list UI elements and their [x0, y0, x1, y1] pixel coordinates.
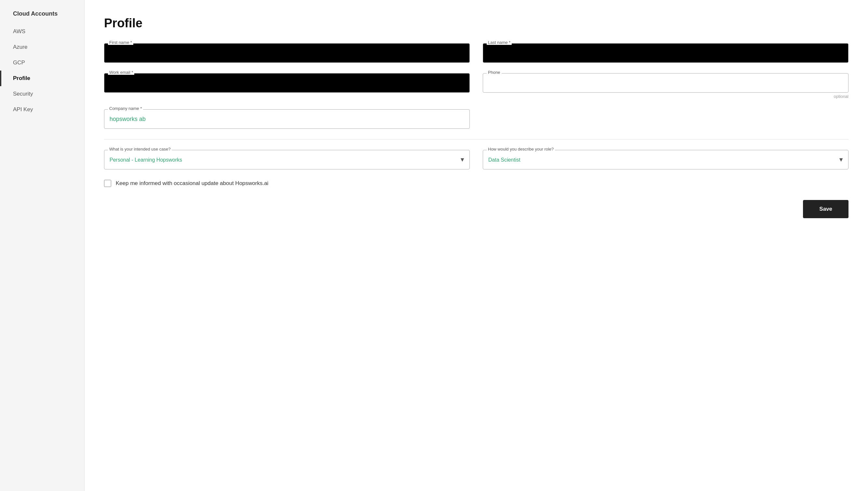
company-name-label: Company name *	[108, 106, 143, 111]
role-field: How would you describe your role? Data S…	[483, 150, 848, 169]
sidebar-item-api-key[interactable]: API Key	[0, 102, 84, 117]
sidebar-item-profile[interactable]: Profile	[0, 70, 84, 86]
work-email-label: Work email *	[108, 70, 134, 75]
page-title: Profile	[104, 16, 848, 30]
use-case-select-wrapper: Personal - Learning Hopsworks Profession…	[104, 150, 470, 169]
newsletter-label: Keep me informed with occasional update …	[116, 180, 269, 186]
section-divider	[104, 139, 848, 140]
sidebar-item-gcp[interactable]: GCP	[0, 55, 84, 70]
sidebar-item-aws[interactable]: AWS	[0, 24, 84, 39]
company-row: Company name *	[104, 109, 848, 129]
work-email-input[interactable]	[104, 73, 470, 93]
last-name-label: Last name *	[487, 40, 512, 45]
email-phone-row: Work email * Phone optional	[104, 73, 848, 99]
newsletter-checkbox[interactable]	[104, 180, 111, 187]
role-select[interactable]: Data Scientist Data Engineer ML Engineer…	[483, 150, 848, 169]
use-case-select[interactable]: Personal - Learning Hopsworks Profession…	[104, 150, 470, 169]
usecase-role-row: What is your intended use case? Personal…	[104, 150, 848, 169]
use-case-field: What is your intended use case? Personal…	[104, 150, 470, 169]
phone-optional-note: optional	[483, 94, 848, 99]
first-name-label: First name *	[108, 40, 133, 45]
company-name-input[interactable]	[104, 109, 470, 129]
first-name-input[interactable]	[104, 43, 470, 63]
newsletter-row: Keep me informed with occasional update …	[104, 180, 848, 187]
sidebar-item-azure[interactable]: Azure	[0, 39, 84, 55]
save-button[interactable]: Save	[803, 200, 848, 218]
sidebar: Cloud Accounts AWS Azure GCP Profile Sec…	[0, 0, 85, 491]
last-name-field: Last name *	[483, 43, 848, 63]
phone-label: Phone	[487, 70, 502, 75]
first-name-field: First name *	[104, 43, 470, 63]
sidebar-item-security[interactable]: Security	[0, 86, 84, 102]
company-name-field: Company name *	[104, 109, 470, 129]
phone-field: Phone optional	[483, 73, 848, 99]
work-email-field: Work email *	[104, 73, 470, 99]
name-row: First name * Last name *	[104, 43, 848, 63]
phone-input[interactable]	[483, 73, 848, 93]
role-label: How would you describe your role?	[487, 147, 555, 151]
use-case-label: What is your intended use case?	[108, 147, 172, 151]
last-name-input[interactable]	[483, 43, 848, 63]
save-row: Save	[104, 200, 848, 218]
sidebar-section-title: Cloud Accounts	[0, 6, 84, 21]
main-content: Profile First name * Last name * Work em…	[85, 0, 868, 491]
role-select-wrapper: Data Scientist Data Engineer ML Engineer…	[483, 150, 848, 169]
